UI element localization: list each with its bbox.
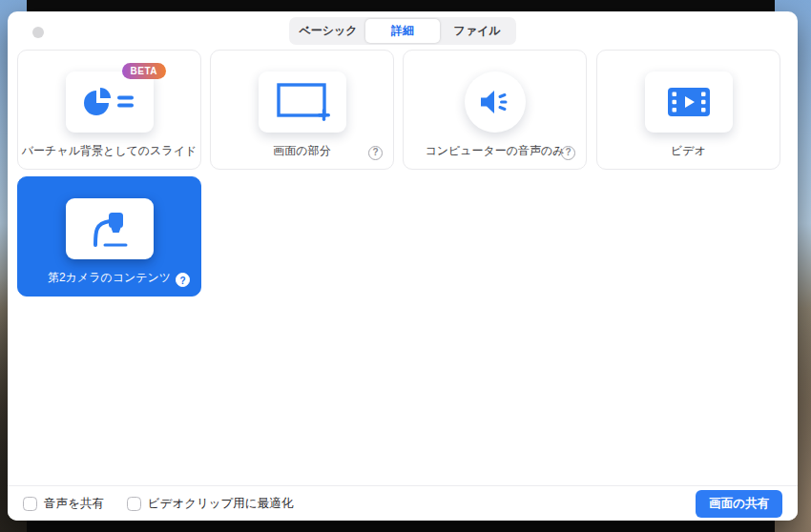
- optimize-video-clip-label: ビデオクリップ用に最適化: [148, 496, 293, 512]
- beta-badge: BETA: [122, 63, 166, 79]
- tab-files[interactable]: ファイル: [440, 19, 514, 43]
- card-label: ビデオ: [597, 143, 780, 159]
- share-sound-option[interactable]: 音声を共有: [23, 496, 104, 512]
- screen-portion-icon: [259, 72, 346, 133]
- optimize-video-clip-checkbox[interactable]: [127, 497, 141, 511]
- card-label: 第2カメラのコンテンツ: [18, 270, 200, 286]
- document-camera-icon: [66, 198, 154, 259]
- card-slides-virtual-background[interactable]: BETA バーチャル背景としてのスライド: [17, 50, 201, 170]
- share-sound-checkbox[interactable]: [23, 497, 37, 511]
- card-second-camera-content[interactable]: 第2カメラのコンテンツ ?: [17, 176, 201, 297]
- card-label: 画面の部分: [211, 143, 393, 159]
- help-icon[interactable]: ?: [176, 273, 190, 287]
- tab-advanced[interactable]: 詳細: [365, 19, 440, 43]
- tab-basic[interactable]: ベーシック: [291, 19, 365, 43]
- card-label: バーチャル背景としてのスライド: [18, 143, 200, 159]
- card-screen-portion[interactable]: 画面の部分 ?: [210, 50, 394, 170]
- film-video-icon: [645, 72, 733, 133]
- card-video[interactable]: ビデオ: [596, 50, 780, 170]
- share-screen-button[interactable]: 画面の共有: [696, 490, 782, 518]
- share-sound-label: 音声を共有: [44, 496, 104, 512]
- dialog-footer: 音声を共有 ビデオクリップ用に最適化 画面の共有: [8, 485, 798, 521]
- card-computer-audio[interactable]: コンピューターの音声のみ ?: [403, 50, 587, 170]
- help-icon[interactable]: ?: [561, 146, 575, 160]
- pie-chart-slides-icon: [66, 72, 154, 133]
- tab-bar: ベーシック 詳細 ファイル: [289, 17, 516, 45]
- optimize-video-clip-option[interactable]: ビデオクリップ用に最適化: [127, 496, 293, 512]
- card-label: コンピューターの音声のみ: [404, 143, 586, 159]
- share-screen-dialog: ベーシック 詳細 ファイル BETA バーチャル背景としてのスライド 画面の部分…: [8, 11, 798, 521]
- help-icon[interactable]: ?: [368, 146, 383, 160]
- speaker-icon: [465, 72, 526, 133]
- window-control-button[interactable]: [32, 27, 44, 38]
